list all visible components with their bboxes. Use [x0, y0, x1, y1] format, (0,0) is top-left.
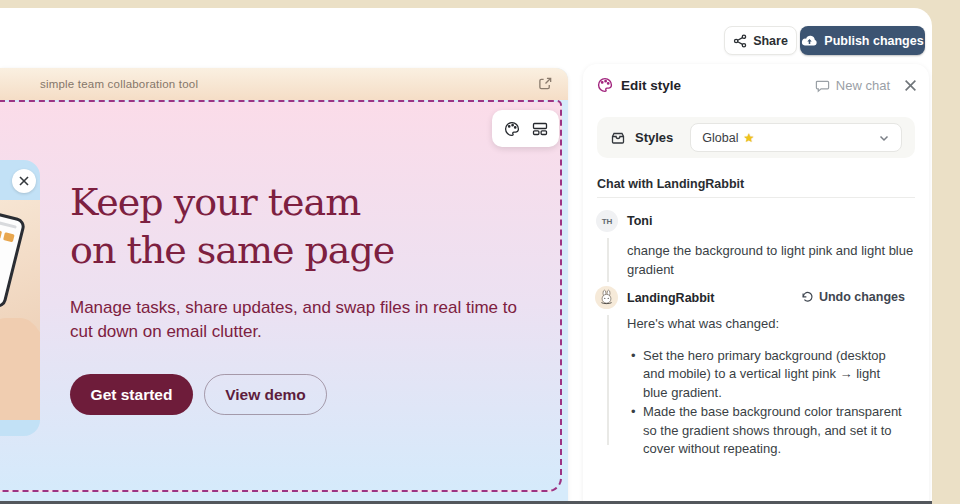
layout-sections-icon[interactable] [532, 121, 548, 137]
section-toolbar [492, 110, 559, 147]
share-icon [733, 34, 747, 48]
user-avatar: TH [596, 210, 618, 232]
chat-heading: Chat with LandingRabbit [597, 177, 744, 191]
styles-selector-row: Styles Global ★ [597, 117, 915, 158]
chat-bubble-icon [815, 78, 830, 93]
phone-shape [0, 211, 27, 309]
view-demo-button[interactable]: View demo [204, 374, 327, 415]
styles-global-dropdown[interactable]: Global ★ [690, 123, 902, 152]
share-button[interactable]: Share [724, 26, 797, 55]
hero-heading-line1: Keep your team [70, 178, 394, 226]
change-item: Made the base background color transpare… [643, 403, 905, 459]
assistant-avatar [595, 286, 618, 309]
site-title: simple team collaboration tool [40, 78, 198, 90]
share-label: Share [753, 34, 788, 48]
undo-label: Undo changes [819, 290, 905, 304]
hand-phone-photo [0, 200, 40, 420]
hero-media-card [0, 160, 40, 436]
style-palette-icon[interactable] [504, 121, 520, 137]
new-chat-label: New chat [836, 78, 890, 93]
chevron-down-icon [878, 132, 890, 144]
hero-section-selected[interactable]: Keep your team on the same page Manage t… [0, 100, 562, 492]
assistant-message: Here's what was changed: Set the hero pr… [627, 315, 923, 460]
undo-icon [801, 291, 814, 304]
site-preview-panel: simple team collaboration tool [0, 68, 568, 504]
hero-heading-line2: on the same page [70, 226, 394, 274]
publish-label: Publish changes [824, 34, 923, 48]
undo-changes-button[interactable]: Undo changes [801, 290, 905, 304]
divider [597, 197, 915, 198]
change-item: Set the hero primary background (desktop… [643, 347, 905, 403]
changes-list: Set the hero primary background (desktop… [627, 347, 923, 459]
styles-label: Styles [635, 130, 673, 145]
styles-value: Global [702, 131, 738, 145]
cloud-upload-icon [801, 34, 818, 47]
user-message: change the background to light pink and … [627, 241, 919, 279]
close-icon[interactable] [12, 169, 36, 193]
new-chat-button[interactable]: New chat [815, 78, 890, 93]
panel-header: Edit style New chat [583, 64, 929, 106]
thread-line [607, 315, 609, 445]
app-window: Share Publish changes simple team collab… [0, 0, 960, 504]
hero-subtitle: Manage tasks, share updates, and swap fi… [70, 296, 518, 343]
user-name: Toni [627, 214, 652, 228]
hero-heading: Keep your team on the same page [70, 178, 394, 274]
hero-cta-row: Get started View demo [70, 374, 327, 415]
open-external-icon[interactable] [538, 76, 554, 92]
assistant-name: LandingRabbit [627, 291, 715, 305]
panel-title: Edit style [621, 78, 681, 93]
edit-style-panel: Edit style New chat [583, 64, 929, 504]
star-icon: ★ [743, 131, 754, 145]
styles-drawer-icon [610, 130, 626, 146]
palette-icon [597, 77, 613, 93]
assistant-intro: Here's what was changed: [627, 315, 923, 334]
preview-header-bar: simple team collaboration tool [0, 68, 568, 100]
get-started-button[interactable]: Get started [70, 374, 193, 415]
close-panel-icon[interactable] [904, 79, 917, 92]
thread-line [607, 238, 609, 282]
publish-changes-button[interactable]: Publish changes [800, 26, 925, 55]
hand-shape [0, 318, 40, 420]
